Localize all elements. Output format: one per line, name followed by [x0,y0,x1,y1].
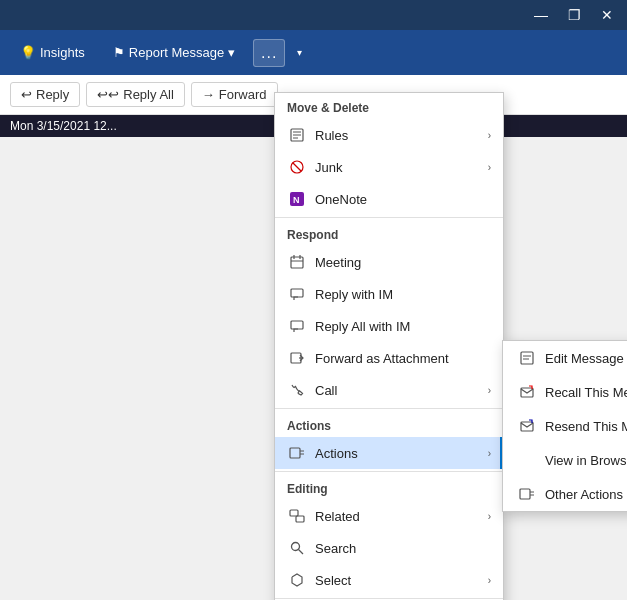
reply-all-im-label: Reply All with IM [315,319,491,334]
divider-3 [275,471,503,472]
reply-all-icon: ↩↩ [97,87,119,102]
reply-all-label: Reply All [123,87,174,102]
svg-line-5 [293,163,301,171]
menu-item-search[interactable]: Search [275,532,503,564]
call-label: Call [315,383,488,398]
recall-icon [517,382,537,402]
section-header-editing: Editing [275,474,503,500]
menu-item-onenote[interactable]: N OneNote [275,183,503,215]
search-label: Search [315,541,491,556]
toolbar: 💡 Insights ⚑ Report Message ▾ ... ▾ [0,30,627,75]
related-icon [287,506,307,526]
menu-item-reply-all-im[interactable]: Reply All with IM [275,310,503,342]
svg-rect-16 [290,448,300,458]
menu-item-junk[interactable]: Junk › [275,151,503,183]
junk-arrow-icon: › [488,162,491,173]
sub-dropdown-menu: Edit Message Recall This Message... Rese… [502,340,627,512]
menu-item-meeting[interactable]: Meeting [275,246,503,278]
more-options-button[interactable]: ... [253,39,285,67]
svg-rect-13 [291,321,303,329]
onenote-label: OneNote [315,192,491,207]
menu-item-rules[interactable]: Rules › [275,119,503,151]
reply-all-im-icon [287,316,307,336]
meeting-label: Meeting [315,255,491,270]
edit-message-icon [517,348,537,368]
main-dropdown-menu: Move & Delete Rules › Junk › N OneNote R… [274,92,504,600]
insights-icon: 💡 [20,45,36,60]
menu-item-select[interactable]: Select › [275,564,503,596]
view-browser-label: View in Browser [545,453,627,468]
reply-button[interactable]: ↩ Reply [10,82,80,107]
date-label: Mon 3/15/2021 12... [10,119,117,133]
restore-icon[interactable]: ❐ [562,5,587,25]
toolbar-chevron-icon[interactable]: ▾ [293,43,306,62]
report-message-button[interactable]: ⚑ Report Message ▾ [103,41,245,64]
rules-arrow-icon: › [488,130,491,141]
meeting-icon [287,252,307,272]
report-label: Report Message [129,45,224,60]
svg-rect-8 [291,257,303,268]
sub-menu-item-resend[interactable]: Resend This Message... [503,409,627,443]
svg-point-21 [292,543,300,551]
select-label: Select [315,573,488,588]
menu-item-related[interactable]: Related › [275,500,503,532]
forward-label: Forward [219,87,267,102]
section-header-respond: Respond [275,220,503,246]
edit-message-label: Edit Message [545,351,624,366]
menu-item-actions[interactable]: Actions › [275,437,503,469]
menu-item-call[interactable]: Call › [275,374,503,406]
report-chevron-icon: ▾ [228,45,235,60]
sub-menu-item-other-actions[interactable]: Other Actions › [503,477,627,511]
reply-icon: ↩ [21,87,32,102]
divider-1 [275,217,503,218]
actions-icon [287,443,307,463]
svg-rect-28 [520,489,530,499]
junk-icon [287,157,307,177]
actions-label: Actions [315,446,488,461]
close-icon[interactable]: ✕ [595,5,619,25]
svg-text:N: N [293,195,300,205]
forward-icon: → [202,87,215,102]
reply-im-icon [287,284,307,304]
actions-arrow-icon: › [488,448,491,459]
rules-label: Rules [315,128,488,143]
section-header-move-delete: Move & Delete [275,93,503,119]
related-arrow-icon: › [488,511,491,522]
divider-4 [275,598,503,599]
forward-button[interactable]: → Forward [191,82,278,107]
related-label: Related [315,509,488,524]
reply-im-label: Reply with IM [315,287,491,302]
recall-label: Recall This Message... [545,385,627,400]
sub-menu-item-view-browser[interactable]: View in Browser [503,443,627,477]
rules-icon [287,125,307,145]
insights-label: Insights [40,45,85,60]
minimize-icon[interactable]: — [528,5,554,25]
menu-item-forward-attach[interactable]: Forward as Attachment [275,342,503,374]
search-icon [287,538,307,558]
call-arrow-icon: › [488,385,491,396]
svg-rect-23 [521,352,533,364]
other-actions-icon [517,484,537,504]
title-bar: — ❐ ✕ [0,0,627,30]
sub-menu-item-recall[interactable]: Recall This Message... [503,375,627,409]
svg-rect-12 [291,289,303,297]
more-label: ... [261,44,277,62]
select-arrow-icon: › [488,575,491,586]
divider-2 [275,408,503,409]
forward-attach-label: Forward as Attachment [315,351,491,366]
resend-label: Resend This Message... [545,419,627,434]
forward-attach-icon [287,348,307,368]
section-header-actions: Actions [275,411,503,437]
view-browser-icon [517,450,537,470]
resend-icon [517,416,537,436]
other-actions-label: Other Actions [545,487,623,502]
menu-item-reply-im[interactable]: Reply with IM [275,278,503,310]
svg-rect-19 [290,510,298,516]
reply-all-button[interactable]: ↩↩ Reply All [86,82,185,107]
insights-button[interactable]: 💡 Insights [10,41,95,64]
junk-label: Junk [315,160,488,175]
onenote-icon: N [287,189,307,209]
svg-line-22 [299,550,304,555]
select-icon [287,570,307,590]
sub-menu-item-edit-message[interactable]: Edit Message [503,341,627,375]
